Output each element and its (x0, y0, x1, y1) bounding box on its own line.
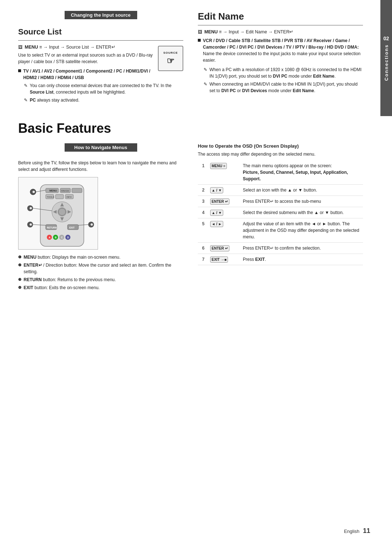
page: 02 Connections Changing the Input source… (0, 0, 392, 542)
edit-bullet-item: VCR / DVD / Cable STB / Satellite STB / … (198, 37, 363, 63)
svg-text:MENU: MENU (49, 189, 57, 192)
osd-section: How to Operate the OSD (On Screen Displa… (198, 143, 363, 292)
osd-table: 1 MENU ≡ The main menu options appear on… (198, 160, 363, 265)
side-tab: 02 Connections (380, 0, 392, 116)
osd-key-7: EXIT →■ (209, 254, 241, 265)
edit-name-title: Edit Name (198, 11, 363, 22)
svg-text:❸: ❸ (29, 223, 32, 226)
footer-page: 11 (363, 527, 370, 534)
edit-note-icon-1: ✎ (204, 66, 207, 73)
source-button: SOURCE ☞ (158, 46, 183, 71)
osd-desc-3: Press ENTER↵ to access the sub-menu (241, 196, 363, 207)
main-content: Changing the Input source Source List SO… (0, 0, 392, 542)
osd-desc-4: Select the desired submenu with the ▲ or… (241, 207, 363, 218)
navigate-header: How to Navigate Menus (65, 143, 137, 152)
footer-lang: English (344, 529, 360, 534)
osd-desc-7: Press EXIT. (241, 254, 363, 265)
source-list-title: Source List (18, 27, 183, 37)
osd-key-4: ▲ / ▼ (209, 207, 241, 218)
svg-point-17 (58, 208, 66, 215)
note-icon-2: ✎ (24, 97, 28, 103)
osd-access-note: The access step may differ depending on … (198, 151, 363, 157)
edit-name-menu-line: 🖼 MENU ≡ → Input → Edit Name → ENTER↵ (198, 29, 363, 34)
svg-text:❶: ❶ (32, 190, 35, 194)
svg-text:A: A (49, 236, 50, 239)
edit-note1-text: When a PC with a resolution of 1920 x 10… (209, 66, 363, 79)
source-list-section: Changing the Input source Source List SO… (18, 11, 183, 106)
osd-num-3: 3 (198, 196, 209, 207)
osd-num-7: 7 (198, 254, 209, 265)
top-section: Changing the Input source Source List SO… (18, 11, 363, 106)
side-tab-label: Connections (384, 44, 389, 81)
basic-features-title: Basic Features (18, 121, 363, 136)
source-button-label: SOURCE (163, 51, 178, 54)
edit-bullet-icon (198, 39, 201, 42)
nav-num-1: ❶ (18, 254, 21, 260)
osd-key-3: ENTER ↵ (209, 196, 241, 207)
nav-text-3: RETURN button: Returns to the previous m… (24, 276, 116, 283)
navigate-bullets: ❶ MENU button: Displays the main on-scre… (18, 254, 183, 291)
note-icon-1: ✎ (24, 82, 28, 89)
svg-text:INFO: INFO (66, 196, 72, 198)
osd-num-1: 1 (198, 160, 209, 185)
svg-text:TOOLS: TOOLS (47, 196, 54, 198)
nav-bullet-1: ❶ MENU button: Displays the main on-scre… (18, 254, 183, 260)
source-bullet-tv: TV / AV1 / AV2 / Component1 / Component2… (18, 68, 154, 81)
svg-text:EXIT: EXIT (69, 226, 74, 229)
osd-num-4: 4 (198, 207, 209, 218)
nav-num-2: ❷ (18, 262, 21, 268)
source-bullet-text: TV / AV1 / AV2 / Component1 / Component2… (23, 68, 154, 81)
osd-key-6: ENTER ↵ (209, 243, 241, 254)
svg-text:B: B (55, 236, 57, 239)
edit-name-section: Edit Name 🖼 MENU ≡ → Input → Edit Name →… (198, 11, 363, 106)
svg-text:❷: ❷ (29, 207, 32, 210)
nav-bullet-2: ❷ ENTER↵ / Direction button: Move the cu… (18, 262, 183, 275)
edit-note2-text: When connecting an HDMI/DVI cable to the… (209, 81, 363, 94)
svg-text:D: D (67, 236, 69, 239)
osd-num-6: 6 (198, 243, 209, 254)
edit-note-icon-2: ✎ (204, 81, 207, 87)
svg-text:FAV.CH: FAV.CH (61, 190, 69, 192)
edit-menu-text: MENU ≡ → Input → Edit Name → ENTER↵ (204, 29, 293, 34)
source-list-header: Changing the Input source (65, 11, 137, 19)
osd-row-3: 3 ENTER ↵ Press ENTER↵ to access the sub… (198, 196, 363, 207)
source-menu-line: 🖼 MENU ≡ → Input → Source List → ENTER↵ (18, 44, 154, 50)
osd-row-1: 1 MENU ≡ The main menu options appear on… (198, 160, 363, 185)
basic-features-section: Basic Features How to Navigate Menus Bef… (18, 121, 363, 292)
osd-key-2: ▲ / ▼ (209, 185, 241, 196)
osd-row-5: 5 ◄ / ► Adjust the value of an item with… (198, 218, 363, 243)
nav-bullet-3: ❸ RETURN button: Returns to the previous… (18, 276, 183, 283)
osd-desc-5: Adjust the value of an item with the ◄ o… (241, 218, 363, 243)
osd-row-7: 7 EXIT →■ Press EXIT. (198, 254, 363, 265)
source-note1-text: You can only choose external devices tha… (30, 82, 183, 95)
nav-text-2: ENTER↵ / Direction button: Move the curs… (24, 262, 183, 275)
menu-icon: 🖼 (18, 45, 23, 50)
remote-svg: MENU FAV.CH TOOLS INFO (22, 181, 102, 250)
basic-features-content: How to Navigate Menus Before using the T… (18, 143, 363, 292)
svg-rect-3 (72, 188, 82, 193)
navigate-intro: Before using the TV, follow the steps be… (18, 160, 183, 173)
osd-desc-2: Select an icon with the ▲ or ▼ button. (241, 185, 363, 196)
edit-note2: ✎ When connecting an HDMI/DVI cable to t… (198, 81, 363, 94)
source-note1: ✎ You can only choose external devices t… (18, 82, 183, 95)
nav-text-4: EXIT button: Exits the on-screen menu. (24, 284, 99, 291)
source-button-icon: ☞ (167, 56, 175, 66)
svg-text:❹: ❹ (90, 223, 93, 226)
osd-row-2: 2 ▲ / ▼ Select an icon with the ▲ or ▼ b… (198, 185, 363, 196)
bullet-icon (18, 69, 21, 72)
nav-text-1: MENU button: Displays the main on-screen… (24, 254, 121, 260)
osd-desc-6: Press ENTER↵ to confirm the selection. (241, 243, 363, 254)
source-note2: ✎ PC always stay activated. (18, 97, 183, 103)
edit-menu-icon: 🖼 (198, 29, 202, 34)
osd-header: How to Operate the OSD (On Screen Displa… (198, 143, 363, 149)
side-tab-number: 02 (383, 36, 389, 41)
source-bullet-section: TV / AV1 / AV2 / Component1 / Component2… (18, 68, 183, 103)
source-note2-text: PC always stay activated. (30, 97, 79, 103)
source-menu-text: MENU ≡ → Input → Source List → ENTER↵ (25, 44, 115, 50)
osd-desc-1: The main menu options appear on the scre… (241, 160, 363, 185)
edit-bullet-text: VCR / DVD / Cable STB / Satellite STB / … (203, 37, 363, 63)
edit-note1: ✎ When a PC with a resolution of 1920 x … (198, 66, 363, 79)
svg-text:RETURN: RETURN (47, 226, 57, 229)
osd-num-5: 5 (198, 218, 209, 243)
remote-diagram: MENU FAV.CH TOOLS INFO (18, 177, 98, 250)
